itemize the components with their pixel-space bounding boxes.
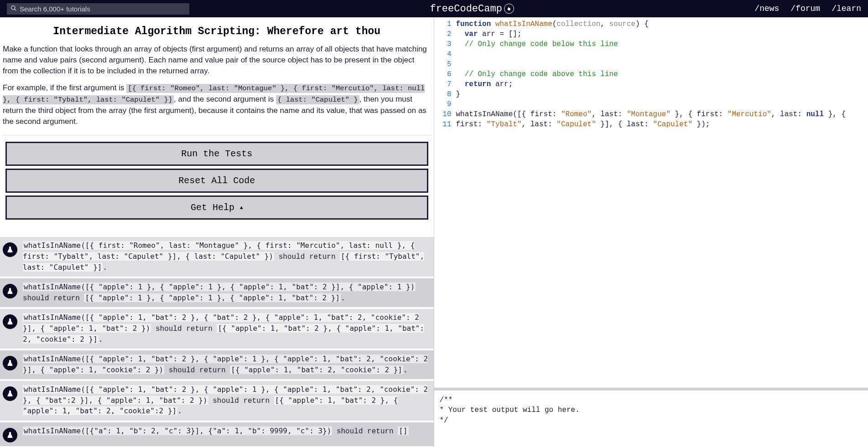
test-text: whatIsInAName([{ "apple": 1, "bat": 2 },…: [23, 313, 429, 345]
fire-icon: [504, 4, 514, 14]
navbar: freeCodeCamp /news /forum /learn: [0, 0, 868, 17]
flask-icon: [3, 242, 17, 257]
challenge-title: Intermediate Algorithm Scripting: Wheref…: [3, 26, 431, 37]
challenge-paragraph: Make a function that looks through an ar…: [3, 44, 431, 76]
flask-icon: [3, 314, 17, 329]
search-icon: [10, 5, 17, 13]
output-panel: /** * Your test output will go here. */: [434, 388, 868, 447]
flask-icon: [3, 428, 17, 442]
test-text: whatIsInAName([{ first: "Romeo", last: "…: [23, 241, 429, 273]
search-input[interactable]: [20, 5, 186, 13]
test-text: whatIsInAName([{ "apple": 1 }, { "apple"…: [23, 282, 429, 303]
test-row: whatIsInAName([{ "apple": 1, "bat": 2 },…: [0, 309, 434, 349]
test-list: whatIsInAName([{ first: "Romeo", last: "…: [0, 237, 434, 446]
nav-news[interactable]: /news: [754, 4, 779, 13]
test-row: whatIsInAName([{ "apple": 1 }, { "apple"…: [0, 278, 434, 307]
test-row: whatIsInAName([{ "apple": 1, "bat": 2 },…: [0, 381, 434, 421]
svg-line-1: [15, 9, 16, 10]
code-area[interactable]: function whatIsInAName(collection, sourc…: [456, 19, 868, 388]
run-tests-button[interactable]: Run the Tests: [5, 142, 428, 166]
flask-icon: [3, 386, 17, 401]
code-sample: { last: "Capulet" }: [276, 95, 359, 104]
logo[interactable]: freeCodeCamp: [430, 3, 514, 15]
test-text: whatIsInAName([{"a": 1, "b": 2, "c": 3}]…: [23, 426, 409, 437]
test-text: whatIsInAName([{ "apple": 1, "bat": 2 },…: [23, 354, 429, 375]
line-gutter: 1234567891011: [434, 19, 456, 388]
search-container[interactable]: [7, 3, 189, 15]
flask-icon: [3, 284, 17, 298]
get-help-button[interactable]: Get Help ▲: [5, 195, 428, 220]
description-panel[interactable]: Intermediate Algorithm Scripting: Wheref…: [0, 17, 434, 447]
challenge-example: For example, if the first argument is [{…: [3, 82, 431, 127]
test-row: whatIsInAName([{ "apple": 1, "bat": 2 },…: [0, 350, 434, 379]
test-row: whatIsInAName([{ first: "Romeo", last: "…: [0, 237, 434, 277]
divider: [3, 135, 431, 135]
svg-point-0: [11, 5, 15, 9]
reset-code-button[interactable]: Reset All Code: [5, 169, 428, 193]
nav-learn[interactable]: /learn: [832, 4, 861, 13]
test-text: whatIsInAName([{ "apple": 1, "bat": 2 },…: [23, 385, 429, 417]
caret-up-icon: ▲: [240, 205, 243, 211]
test-row: whatIsInAName([{"a": 1, "b": 2, "c": 3}]…: [0, 422, 434, 446]
code-editor[interactable]: 1234567891011 function whatIsInAName(col…: [434, 17, 868, 388]
flask-icon: [3, 356, 17, 370]
nav-forum[interactable]: /forum: [790, 4, 820, 13]
